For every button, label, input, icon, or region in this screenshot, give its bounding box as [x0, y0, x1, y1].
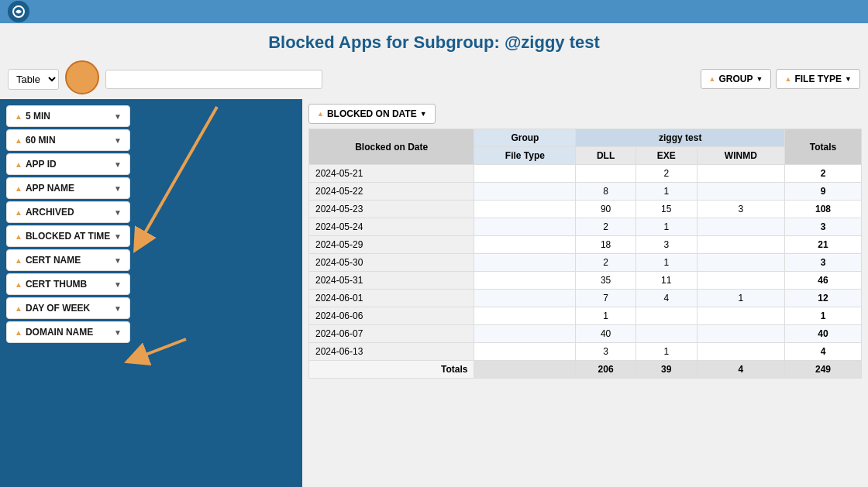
table-cell: 2024-06-07: [309, 325, 474, 343]
top-filter-buttons: ▲ GROUP ▼ ▲ FILE TYPE ▼: [701, 69, 860, 89]
chip-certname[interactable]: ▲ CERT NAME ▼: [6, 249, 130, 271]
table-cell: 40: [576, 325, 636, 343]
table-cell: 90: [576, 201, 636, 218]
table-cell: 2024-06-01: [309, 290, 474, 307]
date-filter-bar: ▲ BLOCKED ON DATE ▼: [302, 99, 868, 129]
table-row: 2024-06-0174112: [309, 290, 862, 307]
table-cell: [474, 183, 576, 201]
filetype-filter-button[interactable]: ▲ FILE TYPE ▼: [776, 69, 860, 89]
logo: [8, 1, 29, 22]
table-cell: 2024-05-30: [309, 254, 474, 272]
svg-line-1: [140, 107, 217, 242]
table-cell: [474, 343, 576, 361]
table-container: Blocked on Date Group ziggy test Totals: [302, 129, 868, 385]
table-cell: 2024-05-29: [309, 236, 474, 254]
table-cell: 2: [785, 165, 862, 183]
table-cell: 2: [576, 218, 636, 236]
blocked-date-filter-button[interactable]: ▲ BLOCKED ON DATE ▼: [308, 104, 436, 124]
search-input[interactable]: [105, 70, 322, 89]
chip-appname[interactable]: ▲ APP NAME ▼: [6, 177, 130, 199]
table-row: 2024-05-2390153108: [309, 201, 862, 218]
chip-appid[interactable]: ▲ APP ID ▼: [6, 153, 130, 175]
chip-certthumb-caret: ▼: [114, 280, 122, 289]
chip-certthumb-icon: ▲: [15, 280, 22, 289]
group-filter-icon: ▲: [709, 75, 716, 83]
table-row: 2024-05-30213: [309, 254, 862, 272]
filetype-filter-label: FILE TYPE: [794, 74, 842, 84]
filetype-filter-caret: ▼: [845, 75, 852, 83]
chip-appid-caret: ▼: [114, 160, 122, 169]
chip-5min-caret: ▼: [114, 112, 122, 121]
table-cell: 1: [636, 254, 697, 272]
chip-dayofweek-label: DAY OF WEEK: [26, 303, 90, 314]
table-cell: 12: [785, 290, 862, 307]
table-row: 2024-06-13314: [309, 343, 862, 361]
table-cell: 18: [576, 236, 636, 254]
group-filter-caret: ▼: [756, 75, 763, 83]
chip-archived-label: ARCHIVED: [26, 207, 74, 218]
totals-cell: [474, 361, 576, 379]
table-cell: 46: [785, 272, 862, 290]
table-cell: [474, 290, 576, 307]
table-row: 2024-05-24213: [309, 218, 862, 236]
table-cell: 35: [576, 272, 636, 290]
table-cell: 2024-06-13: [309, 343, 474, 361]
table-cell: 21: [785, 236, 862, 254]
table-cell: [474, 254, 576, 272]
chip-60min-caret: ▼: [114, 136, 122, 145]
table-cell: 1: [636, 183, 697, 201]
chip-certthumb[interactable]: ▲ CERT THUMB ▼: [6, 273, 130, 295]
table-foot: Totals206394249: [309, 361, 862, 379]
chip-domainname-label: DOMAIN NAME: [26, 327, 93, 338]
table-cell: 1: [785, 307, 862, 325]
filter-circle-icon[interactable]: [65, 60, 99, 94]
chip-certname-label: CERT NAME: [26, 255, 81, 266]
chip-certname-caret: ▼: [114, 256, 122, 265]
chip-appid-icon: ▲: [15, 160, 22, 169]
chip-blockedattime[interactable]: ▲ BLOCKED AT TIME ▼: [6, 225, 130, 247]
page-title: Blocked Apps for Subgroup: @ziggy test: [0, 23, 868, 59]
chip-appname-caret: ▼: [114, 184, 122, 193]
table-cell: 40: [785, 325, 862, 343]
table-cell: 2: [636, 165, 697, 183]
table-cell: [697, 165, 784, 183]
blocked-date-label: BLOCKED ON DATE: [327, 108, 417, 119]
table-cell: 1: [636, 343, 697, 361]
blocked-date-caret: ▼: [420, 110, 427, 118]
table-cell: [636, 325, 697, 343]
totals-cell: 4: [697, 361, 784, 379]
chip-dayofweek-icon: ▲: [15, 304, 22, 313]
totals-header: Totals: [785, 129, 862, 165]
data-table: Blocked on Date Group ziggy test Totals: [308, 129, 862, 379]
top-bar: [0, 0, 868, 23]
table-cell: 11: [636, 272, 697, 290]
table-cell: 3: [785, 254, 862, 272]
chip-archived-icon: ▲: [15, 208, 22, 217]
group-header: Group: [474, 129, 576, 147]
left-panel: ▲ 5 MIN ▼ ▲ 60 MIN ▼ ▲ APP ID ▼ ▲ APP NA…: [0, 99, 302, 487]
table-cell: [697, 307, 784, 325]
totals-cell: Totals: [309, 361, 474, 379]
main-content: ▲ 5 MIN ▼ ▲ 60 MIN ▼ ▲ APP ID ▼ ▲ APP NA…: [0, 99, 868, 487]
table-cell: 7: [576, 290, 636, 307]
table-cell: 2: [576, 254, 636, 272]
table-body: 2024-05-21222024-05-228192024-05-2390153…: [309, 165, 862, 361]
table-cell: [697, 218, 784, 236]
table-row: 2024-05-31351146: [309, 272, 862, 290]
table-cell: 1: [636, 218, 697, 236]
group-filter-button[interactable]: ▲ GROUP ▼: [701, 69, 772, 89]
chip-60min-label: 60 MIN: [26, 135, 56, 146]
chip-certthumb-label: CERT THUMB: [26, 279, 87, 290]
table-cell: 3: [697, 201, 784, 218]
chip-dayofweek[interactable]: ▲ DAY OF WEEK ▼: [6, 297, 130, 319]
table-cell: 3: [785, 218, 862, 236]
chip-5min[interactable]: ▲ 5 MIN ▼: [6, 105, 130, 127]
table-row: 2024-05-2918321: [309, 236, 862, 254]
chip-archived[interactable]: ▲ ARCHIVED ▼: [6, 201, 130, 223]
table-cell: [474, 307, 576, 325]
chip-domainname[interactable]: ▲ DOMAIN NAME ▼: [6, 321, 130, 343]
table-cell: [474, 236, 576, 254]
chip-60min[interactable]: ▲ 60 MIN ▼: [6, 129, 130, 151]
ziggy-test-header: ziggy test: [576, 129, 785, 147]
view-selector[interactable]: Table Chart: [8, 69, 59, 90]
